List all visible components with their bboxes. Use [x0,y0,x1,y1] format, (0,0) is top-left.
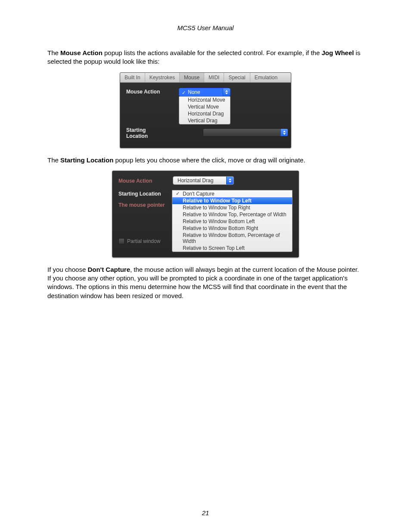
label-starting-location: Starting Location [118,190,173,197]
partial-window-checkbox[interactable] [118,238,125,244]
label-mouse-action: Mouse Action [118,177,173,184]
option-rel-window-top-left[interactable]: Relative to Window Top Left [172,197,292,204]
text: popup lists the actions available for th… [103,49,322,56]
text: popup lets you choose where the click, m… [113,156,305,164]
mouse-action-select[interactable]: ✓ None Horizontal Move Vertical Move Hor… [179,88,230,124]
bold-starting-location: Starting Location [60,156,113,164]
option-rel-window-bottom-pct[interactable]: Relative to Window Bottom, Percentage of… [172,232,292,245]
option-vertical-move[interactable]: Vertical Move [179,103,230,110]
mouse-action-dropdown: Horizontal Move Vertical Move Horizontal… [179,96,230,124]
starting-location-dropdown: Don't Capture Relative to Window Top Lef… [172,190,293,252]
text: If you choose [47,266,87,273]
screenshot-starting-location-popup: Mouse Action Horizontal Drag Starting Lo… [112,171,299,258]
option-horizontal-move[interactable]: Horizontal Move [179,96,230,103]
starting-location-select[interactable] [203,128,288,137]
stepper-icon [226,177,234,184]
paragraph-2: The Starting Location popup lets you cho… [47,156,364,165]
bold-jog-wheel: Jog Wheel [321,49,354,56]
screenshot-mouse-action-popup: Built In Keystrokes Mouse MIDI Special E… [120,72,291,148]
text: The [47,49,60,56]
paragraph-1: The Mouse Action popup lists the actions… [47,49,364,66]
option-rel-window-bottom-right[interactable]: Relative to Window Bottom Right [172,225,292,232]
tab-special[interactable]: Special [224,73,250,82]
label-mouse-pointer: The mouse pointer [118,201,173,208]
option-rel-window-bottom-left[interactable]: Relative to Window Bottom Left [172,218,292,225]
option-rel-screen-top-left[interactable]: Relative to Screen Top Left [172,245,292,252]
bold-mouse-action: Mouse Action [60,49,103,56]
selected-value: None [188,89,200,95]
label-starting-location: Starting Location [126,126,148,139]
stepper-icon [223,88,230,96]
tab-midi[interactable]: MIDI [204,73,224,82]
doc-title: MCS5 User Manual [47,24,364,31]
label-mouse-action: Mouse Action [126,88,179,95]
option-rel-window-top-right[interactable]: Relative to Window Top Right [172,204,292,211]
option-horizontal-drag[interactable]: Horizontal Drag [179,110,230,117]
tab-builtin[interactable]: Built In [120,73,145,82]
paragraph-3: If you choose Don't Capture, the mouse a… [47,265,364,300]
text: The [47,156,60,164]
bold-dont-capture: Don't Capture [87,266,130,273]
tab-bar: Built In Keystrokes Mouse MIDI Special E… [120,73,291,83]
selected-value: Horizontal Drag [177,177,213,184]
option-vertical-drag[interactable]: Vertical Drag [179,117,230,124]
page-number: 21 [0,509,411,516]
tab-keystrokes[interactable]: Keystrokes [145,73,180,82]
option-dont-capture[interactable]: Don't Capture [172,190,292,197]
check-icon: ✓ [182,89,186,96]
option-rel-window-top-pct[interactable]: Relative to Window Top, Percentage of Wi… [172,211,292,218]
mouse-action-select[interactable]: Horizontal Drag [173,176,234,185]
tab-mouse[interactable]: Mouse [180,73,204,82]
tab-emulation[interactable]: Emulation [250,73,282,82]
label-partial-window: Partial window [127,238,160,244]
partial-window-row: Partial window [118,238,173,244]
stepper-icon [280,129,288,136]
